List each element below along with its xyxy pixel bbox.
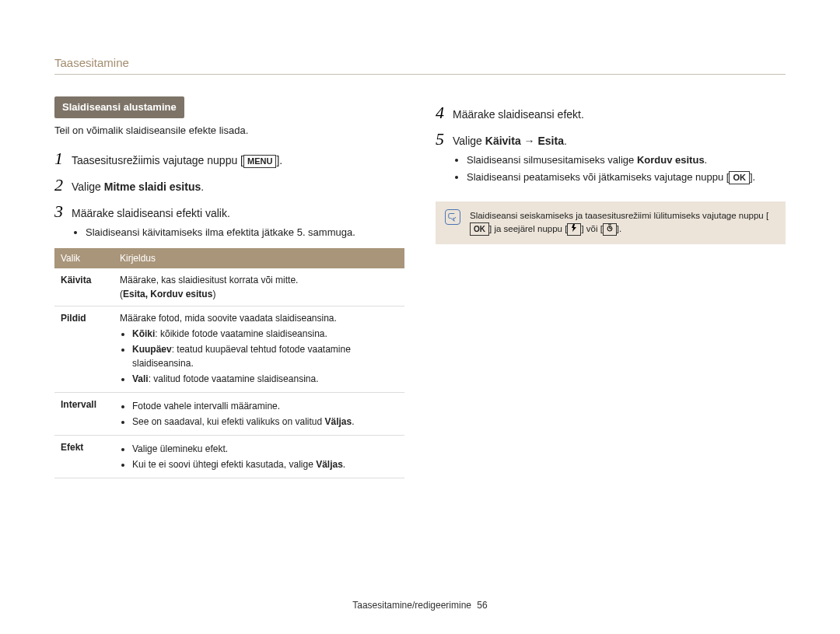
text: See on saadaval, kui efekti valikuks on … [132,416,324,427]
step-number: 4 [436,104,453,121]
text: Kui te ei soovi ühtegi efekti kasutada, … [132,459,316,470]
list-item: Kui te ei soovi ühtegi efekti kasutada, … [132,457,398,471]
text: ] ja seejärel nuppu [ [489,224,567,233]
step-1: 1 Taasesitusrežiimis vajutage nuppu [MEN… [54,150,404,169]
bold-text: Esita, Korduv esitus [123,289,212,299]
option-name: Pildid [54,306,114,392]
text: Määrake, kas slaidiesitust korrata või m… [120,275,298,285]
table-row: Pildid Määrake fotod, mida soovite vaada… [54,306,404,392]
option-desc: Määrake, kas slaidiesitust korrata või m… [114,268,404,306]
list-item: Kuupäev: teatud kuupäeval tehtud fotode … [132,342,398,370]
step-5-note-list: Slaidiseansi silmusesitamiseks valige Ko… [436,152,786,184]
bold-text: Väljas [324,416,352,427]
option-name: Intervall [54,392,114,435]
bold-text: Vali [132,373,149,384]
step-number: 2 [54,177,72,194]
flash-icon [567,223,581,236]
note-icon [445,209,460,225]
option-desc: Valige ülemineku efekt. Kui te ei soovi … [114,435,404,478]
ok-button-label: OK [729,171,750,184]
bold-text: Väljas [316,459,343,470]
ok-button-label: OK [470,222,489,236]
page-header: Taasesitamine [54,56,786,75]
bold-text: Mitme slaidi esitus [104,180,201,193]
step-number: 5 [436,131,453,148]
step-number: 3 [54,203,72,220]
option-desc: Fotode vahele intervalli määramine. See … [114,392,404,435]
text: . [201,180,204,193]
left-column: Slaidiseansi alustamine Teil on võimalik… [54,96,404,478]
list-item: Vali: valitud fotode vaatamine slaidisea… [132,372,398,386]
text: ]. [276,154,282,166]
right-column: 4 Määrake slaidiseansi efekt. 5 Valige K… [436,96,786,478]
text: Slaidiseansi silmusesitamiseks valige [467,154,637,166]
list-item: Slaidiseansi käivitamiseks ilma efektita… [86,225,404,240]
text: : valitud fotode vaatamine slaidiseansin… [149,373,319,384]
text: Slaidiseansi seiskamiseks ja taasesitusr… [470,211,768,220]
step-text: Taasesitusrežiimis vajutage nuppu [MENU]… [72,150,404,169]
table-row: Intervall Fotode vahele intervalli määra… [54,392,404,435]
list-item: Slaidiseansi silmusesitamiseks valige Ko… [467,152,786,168]
text: . [705,154,708,166]
timer-icon [603,223,617,236]
option-desc: Määrake fotod, mida soovite vaadata slai… [114,306,404,392]
step-text: Määrake slaidiseansi efekt. [453,104,786,123]
step-text: Valige Mitme slaidi esitus. [72,177,404,195]
step-text: Valige Käivita → Esita. [453,131,786,149]
text: : kõikide fotode vaatamine slaidiseansin… [155,328,327,339]
list-item: See on saadaval, kui efekti valikuks on … [132,415,398,429]
table-header-option: Valik [54,248,114,268]
step-5: 5 Valige Käivita → Esita. [436,131,786,149]
step-2: 2 Valige Mitme slaidi esitus. [54,177,404,195]
bold-text: Käivita → Esita [485,135,564,147]
bold-text: Kõiki [132,328,155,339]
bold-text: Korduv esitus [637,154,705,166]
table-header-description: Kirjeldus [114,248,404,268]
text: Valige [72,180,104,193]
list-item: Fotode vahele intervalli määramine. [132,399,398,413]
options-table: Valik Kirjeldus Käivita Määrake, kas sla… [54,248,404,478]
list-item: Slaidiseansi peatamiseks või jätkamiseks… [467,170,786,185]
step-number: 1 [54,150,72,167]
bold-text: Kuupäev [132,344,172,355]
text: Määrake fotod, mida soovite vaadata slai… [120,313,337,324]
list-item: Kõiki: kõikide fotode vaatamine slaidise… [132,327,398,341]
text: . [343,459,345,470]
footer-text: Taasesitamine/redigeerimine [352,600,471,611]
option-name: Käivita [54,268,114,306]
option-name: Efekt [54,435,114,478]
page-footer: Taasesitamine/redigeerimine 56 [0,600,840,611]
table-row: Efekt Valige ülemineku efekt. Kui te ei … [54,435,404,478]
text: Slaidiseansi peatamiseks või jätkamiseks… [467,171,729,183]
text: ] või [ [581,224,602,233]
menu-button-label: MENU [243,155,276,168]
text: ) [212,289,215,299]
document-page: Taasesitamine Slaidiseansi alustamine Te… [0,0,840,634]
list-item: Valige ülemineku efekt. [132,442,398,456]
text: . [352,416,354,427]
step-3-note-list: Slaidiseansi käivitamiseks ilma efektita… [54,225,404,240]
table-row: Käivita Määrake, kas slaidiesitust korra… [54,268,404,306]
note-text: Slaidiseansi seiskamiseks ja taasesitusr… [470,209,776,236]
text: . [564,135,567,147]
text: Valige [453,135,485,147]
text: ]. [617,224,621,233]
content-columns: Slaidiseansi alustamine Teil on võimalik… [54,96,786,478]
section-pill: Slaidiseansi alustamine [54,96,184,118]
text: ]. [750,171,755,183]
page-number: 56 [477,600,487,611]
step-4: 4 Määrake slaidiseansi efekt. [436,104,786,123]
note-box: Slaidiseansi seiskamiseks ja taasesitusr… [436,201,786,244]
intro-text: Teil on võimalik slaidiseansile efekte l… [54,123,404,138]
step-3: 3 Määrake slaidiseansi efekti valik. [54,203,404,222]
step-text: Määrake slaidiseansi efekti valik. [72,203,404,222]
text: Taasesitusrežiimis vajutage nuppu [ [72,154,243,166]
